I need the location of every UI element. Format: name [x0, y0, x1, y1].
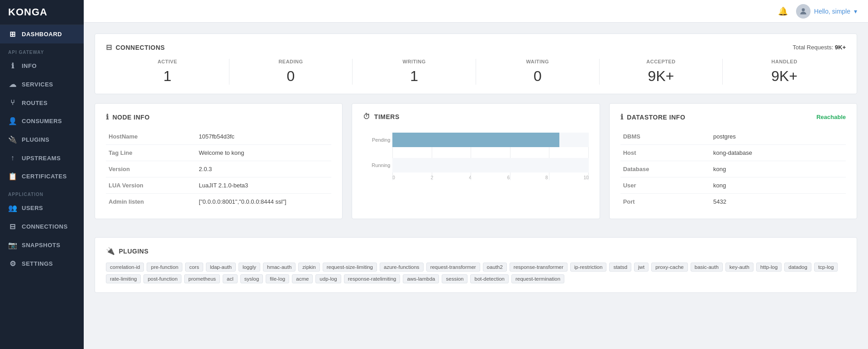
table-row: LUA VersionLuaJIT 2.1.0-beta3 — [106, 177, 331, 194]
plugin-tag[interactable]: cors — [185, 263, 203, 272]
sidebar-label-upstreams: UPSTREAMS — [22, 155, 61, 162]
plugin-tag[interactable]: hmac-auth — [263, 263, 296, 272]
main-content: 🔔 Hello, simple ▾ ⊟ CONNECTIONS Total Re… — [84, 0, 868, 349]
sidebar-item-consumers[interactable]: 👤 CONSUMERS — [0, 112, 84, 130]
plugin-tag[interactable]: datadog — [784, 263, 811, 272]
table-row: Hostkong-database — [620, 145, 846, 161]
plugin-tag[interactable]: post-function — [143, 274, 181, 283]
app-logo: KONGA — [0, 0, 84, 25]
plugin-tag[interactable]: file-log — [266, 274, 289, 283]
avatar — [796, 4, 811, 19]
total-requests: Total Requests: 9K+ — [793, 44, 846, 51]
metric-accepted: ACCEPTED 9K+ — [600, 59, 723, 85]
table-row: Port5432 — [620, 194, 846, 210]
plugin-tag[interactable]: aws-lambda — [403, 274, 439, 283]
connections-metrics: ACTIVE 1 READING 0 WRITING 1 WAITING 0 A… — [106, 59, 846, 85]
plugin-tag[interactable]: response-transformer — [510, 263, 568, 272]
connections-card-icon: ⊟ — [106, 43, 112, 52]
table-row: DBMSpostgres — [620, 129, 846, 145]
plugin-tag[interactable]: pre-function — [147, 263, 182, 272]
plugin-tag[interactable]: loggly — [238, 263, 260, 272]
sidebar-item-services[interactable]: ☁ SERVICES — [0, 75, 84, 94]
plugin-tag[interactable]: session — [442, 274, 467, 283]
sidebar-section-application: APPLICATION — [0, 186, 84, 199]
plugin-tag[interactable]: request-size-limiting — [323, 263, 377, 272]
plugin-tag[interactable]: proxy-cache — [651, 263, 688, 272]
plugin-tag[interactable]: bot-detection — [470, 274, 509, 283]
plugin-tag[interactable]: rate-limiting — [106, 274, 141, 283]
plugin-tag[interactable]: request-transformer — [426, 263, 480, 272]
notification-bell-icon[interactable]: 🔔 — [778, 6, 788, 16]
connections-title: ⊟ CONNECTIONS — [106, 43, 165, 52]
table-row: Admin listen["0.0.0.0:8001","0.0.0.0:844… — [106, 194, 331, 210]
dropdown-chevron-icon: ▾ — [854, 8, 857, 15]
timers-card: ⏱ TIMERS — [352, 103, 600, 219]
plugin-tag[interactable]: jwt — [634, 263, 649, 272]
plugins-card-icon: 🔌 — [106, 247, 115, 255]
plugin-tag[interactable]: http-log — [756, 263, 782, 272]
plugin-tag[interactable]: request-termination — [511, 274, 564, 283]
plugin-tag[interactable]: oauth2 — [483, 263, 507, 272]
datastore-table: DBMSpostgresHostkong-databaseDatabasekon… — [620, 129, 846, 210]
datastore-card: ℹ DATASTORE INFO Reachable DBMSpostgresH… — [609, 103, 857, 219]
sidebar-item-users[interactable]: 👥 USERS — [0, 199, 84, 217]
metric-active: ACTIVE 1 — [106, 59, 229, 85]
sidebar-section-api-gateway: API GATEWAY — [0, 43, 84, 57]
sidebar-item-snapshots[interactable]: 📷 SNAPSHOTS — [0, 236, 84, 254]
users-icon: 👥 — [8, 204, 17, 212]
routes-icon: ⑂ — [8, 99, 17, 107]
sidebar-label-dashboard: DASHBOARD — [22, 31, 62, 38]
sidebar-label-users: USERS — [22, 205, 43, 211]
sidebar-item-plugins[interactable]: 🔌 PLUGINS — [0, 130, 84, 149]
reachable-badge: Reachable — [816, 114, 846, 120]
timers-chart: Pending Running 0246810 — [363, 128, 588, 195]
node-info-card: ℹ NODE INFO HostName1057fb54d3fcTag Line… — [95, 103, 343, 219]
metric-reading: READING 0 — [229, 59, 353, 85]
plugin-tag[interactable]: zipkin — [298, 263, 320, 272]
services-icon: ☁ — [8, 80, 17, 89]
plugin-tag[interactable]: response-ratelimiting — [344, 274, 401, 283]
sidebar-label-routes: ROUTES — [22, 100, 48, 106]
sidebar-item-certificates[interactable]: 📋 CERTIFICATES — [0, 167, 84, 186]
info-icon: ℹ — [8, 62, 17, 70]
plugin-tag[interactable]: prometheus — [184, 274, 220, 283]
plugin-tag[interactable]: acme — [292, 274, 313, 283]
sidebar-label-info: INFO — [22, 62, 37, 69]
node-info-icon: ℹ — [106, 113, 109, 121]
connections-icon: ⊟ — [8, 222, 17, 231]
sidebar-item-dashboard[interactable]: ⊞ DASHBOARD — [0, 25, 84, 43]
content-area: ⊟ CONNECTIONS Total Requests: 9K+ ACTIVE… — [84, 23, 868, 313]
plugin-tag[interactable]: ldap-auth — [206, 263, 236, 272]
sidebar-item-upstreams[interactable]: ↑ UPSTREAMS — [0, 149, 84, 167]
plugin-tag[interactable]: statsd — [609, 263, 631, 272]
topbar: 🔔 Hello, simple ▾ — [84, 0, 868, 23]
plugin-tag[interactable]: syslog — [240, 274, 263, 283]
sidebar-label-connections: CONNECTIONS — [22, 223, 68, 230]
plugin-tag[interactable]: key-auth — [725, 263, 754, 272]
sidebar-item-connections[interactable]: ⊟ CONNECTIONS — [0, 217, 84, 236]
metric-waiting: WAITING 0 — [476, 59, 600, 85]
plugin-tag[interactable]: correlation-id — [106, 263, 144, 272]
consumers-icon: 👤 — [8, 117, 17, 125]
settings-icon: ⚙ — [8, 259, 17, 268]
connections-widget: ⊟ CONNECTIONS Total Requests: 9K+ ACTIVE… — [95, 33, 857, 94]
plugin-tag[interactable]: tcp-log — [814, 263, 838, 272]
sidebar-item-info[interactable]: ℹ INFO — [0, 57, 84, 75]
sidebar-item-settings[interactable]: ⚙ SETTINGS — [0, 254, 84, 273]
sidebar-label-settings: SETTINGS — [22, 260, 53, 267]
plugin-tag[interactable]: acl — [223, 274, 238, 283]
plugin-tag[interactable]: azure-functions — [380, 263, 424, 272]
table-row: Tag LineWelcome to kong — [106, 145, 331, 161]
plugin-tag[interactable]: basic-auth — [691, 263, 723, 272]
plugin-tag[interactable]: udp-log — [315, 274, 341, 283]
sidebar: KONGA ⊞ DASHBOARD API GATEWAY ℹ INFO ☁ S… — [0, 0, 84, 349]
sidebar-label-certificates: CERTIFICATES — [22, 173, 67, 180]
table-row: Databasekong — [620, 161, 846, 177]
user-menu[interactable]: Hello, simple ▾ — [796, 4, 857, 19]
timers-title: ⏱ TIMERS — [363, 113, 588, 121]
dashboard-icon: ⊞ — [8, 30, 17, 38]
plugins-card: 🔌 PLUGINS correlation-idpre-functioncors… — [95, 237, 857, 293]
metric-handled: HANDLED 9K+ — [723, 59, 846, 85]
plugin-tag[interactable]: ip-restriction — [570, 263, 607, 272]
sidebar-item-routes[interactable]: ⑂ ROUTES — [0, 94, 84, 112]
